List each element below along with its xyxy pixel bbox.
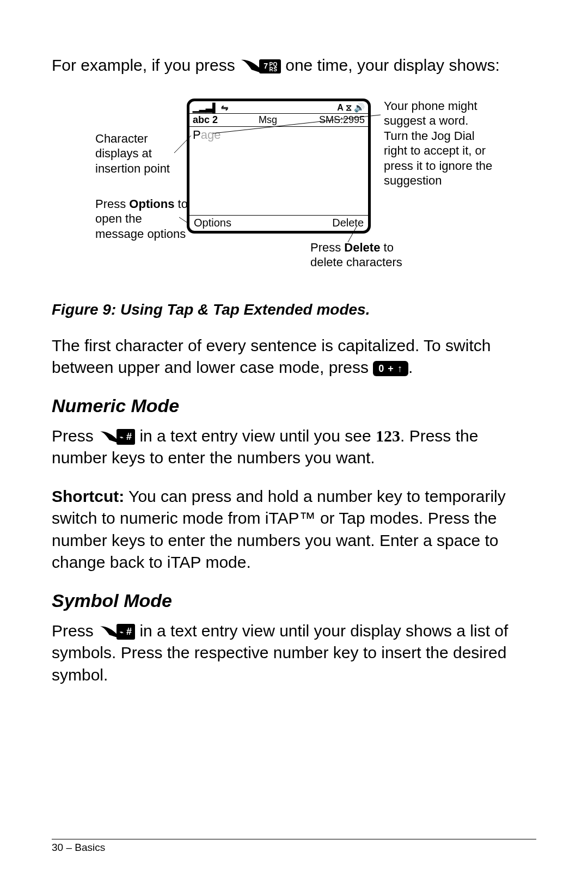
key-7-num: 7 [264, 62, 268, 70]
symbol-para-1: Press ⌁ # in a text entry view until you… [52, 620, 536, 686]
text-entry-area: Page [189, 127, 368, 215]
word-suggestion: age [201, 128, 221, 142]
status-right: A ⧖ 🔊 [337, 102, 365, 113]
key-swoosh-icon [98, 626, 119, 639]
entry-mode: abc 2 [189, 114, 228, 126]
footer-rule [52, 839, 536, 839]
numeric-para-1: Press ⌁ # in a text entry view until you… [52, 425, 536, 469]
caps-paragraph: The first character of every sentence is… [52, 335, 536, 379]
phone-screen: ▁▂▃▌ ⇋ A ⧖ 🔊 abc 2 Msg SMS:2995 Page Opt… [187, 99, 371, 234]
softkey-options: Options [194, 217, 231, 229]
typed-char: P [193, 128, 201, 142]
shortcut-label: Shortcut: [52, 487, 124, 505]
signal-icon: ▁▂▃▌ ⇋ [193, 102, 228, 113]
intro-post: one time, your display shows: [285, 56, 500, 74]
figure-9: ▁▂▃▌ ⇋ A ⧖ 🔊 abc 2 Msg SMS:2995 Page Opt… [52, 99, 536, 295]
callout-options: Press Options to open the message option… [95, 197, 188, 242]
key-swoosh-icon [98, 431, 119, 444]
status-bar: ▁▂▃▌ ⇋ A ⧖ 🔊 [189, 101, 368, 114]
page-footer: 30 – Basics [52, 842, 105, 854]
key-0-icon: 0 + ↑ [373, 361, 408, 376]
sms-counter: SMS:2995 [308, 114, 368, 126]
intro-pre: For example, if you press [52, 56, 240, 74]
heading-symbol-mode: Symbol Mode [52, 590, 536, 611]
numeric-indicator-icon: 123 [376, 427, 400, 445]
screen-title: Msg [228, 114, 308, 126]
intro-line: For example, if you press 7PQRS one time… [52, 54, 536, 77]
callout-suggestion: Your phone might suggest a word. Turn th… [384, 99, 493, 188]
key-hash-icon: ⌁ # [117, 624, 135, 639]
softkey-delete: Delete [332, 217, 364, 229]
softkey-bar: Options Delete [189, 215, 368, 230]
key-swoosh-icon [240, 59, 261, 74]
figure-caption: Figure 9: Using Tap & Tap Extended modes… [52, 301, 536, 318]
callout-character: Character displays at insertion point [95, 131, 182, 176]
entry-header: abc 2 Msg SMS:2995 [189, 114, 368, 127]
manual-page: For example, if you press 7PQRS one time… [0, 0, 588, 883]
heading-numeric-mode: Numeric Mode [52, 395, 536, 416]
key-hash-icon: ⌁ # [117, 429, 135, 444]
numeric-shortcut: Shortcut: You can press and hold a numbe… [52, 486, 536, 574]
callout-delete: Press Delete to delete characters [310, 240, 419, 270]
key-7-bot: RS [269, 66, 277, 72]
key-7-icon: 7PQRS [259, 59, 281, 73]
